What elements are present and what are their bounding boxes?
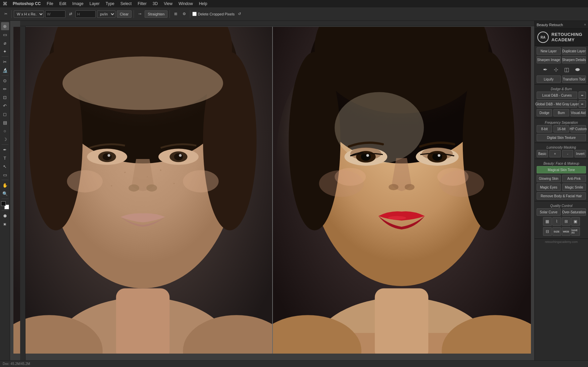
foreground-color-swatch[interactable] (1, 201, 6, 206)
lasso-tool[interactable]: ⌀ (1, 39, 9, 47)
magic-wand-tool[interactable]: ✦ (1, 47, 9, 55)
sharpen-image-button[interactable]: Sharpen Image (537, 56, 561, 63)
sharpen-details-button[interactable]: Sharpen Details (562, 56, 586, 63)
dodge-button[interactable]: Dodge (537, 109, 552, 116)
svg-point-11 (62, 56, 223, 110)
clear-button[interactable]: Clear (117, 10, 132, 18)
lum-minus-button[interactable]: - (562, 150, 574, 157)
lum-plus-button[interactable]: + (549, 150, 561, 157)
move-tool[interactable]: ⊕ (1, 22, 9, 30)
liquify-button[interactable]: Liquify (537, 75, 561, 83)
settings-icon[interactable]: ⚙ (181, 10, 188, 18)
zoom-tool[interactable]: 🔍 (1, 190, 9, 198)
menu-view[interactable]: View (161, 1, 175, 7)
freq-16bit-button[interactable]: 16-bit (553, 125, 569, 133)
svg-point-27 (111, 185, 112, 187)
apple-menu-icon[interactable]: ⌘ (3, 1, 7, 6)
before-photo-panel (13, 27, 272, 354)
swap-icon[interactable]: ⇄ (67, 10, 74, 18)
lum-invert-button[interactable]: Invert (575, 150, 586, 157)
menu-image[interactable]: Image (69, 1, 86, 7)
transform-pen-icon[interactable]: ⊹ (551, 65, 561, 74)
eraser-tool[interactable]: ◻ (1, 110, 9, 118)
brush-tool[interactable]: ✏ (1, 85, 9, 93)
duplicate-layer-button[interactable]: Duplicate Layer (562, 47, 586, 55)
icon-row-1: ▦ ⌇ ⊞ ▣ (537, 217, 586, 226)
screen-mode-tool[interactable]: ▣ (1, 220, 9, 228)
curves-icon-btn[interactable]: ⌇ (552, 217, 561, 226)
eyedropper-tool[interactable]: 🔬 (1, 66, 9, 74)
transform-tool-button[interactable]: Transform Tool (562, 75, 586, 83)
magical-skin-tone-button[interactable]: Magical Skin Tone (537, 166, 586, 173)
histogram-icon-btn[interactable]: ▦ (543, 217, 552, 226)
local-db-pen-icon[interactable]: ✒ (579, 92, 586, 99)
quick-mask-tool[interactable]: ⬤ (1, 212, 9, 220)
healing-brush-tool[interactable]: ⊙ (1, 76, 9, 85)
menu-window[interactable]: Window (176, 1, 196, 7)
menu-help[interactable]: Help (196, 1, 210, 7)
color-icon-btn[interactable]: ▣ (571, 217, 580, 226)
crop-tool[interactable]: ✂ (1, 58, 9, 66)
layers-icon-btn[interactable]: ⊟ (543, 227, 552, 236)
history-brush-tool[interactable]: ↶ (1, 102, 9, 110)
freq-sep-label: Frequency Separation (537, 119, 586, 125)
gradient-tool[interactable]: ▤ (1, 118, 9, 126)
menu-edit[interactable]: Edit (57, 1, 69, 7)
magic-eyes-button[interactable]: Magic Eyes (537, 184, 561, 191)
grid-icon[interactable]: ⊞ (172, 10, 179, 18)
global-db-pen-icon[interactable]: ✒ (579, 100, 586, 108)
new-layer-button[interactable]: New Layer (537, 47, 561, 55)
blur-tool[interactable]: ○ (1, 127, 9, 135)
svg-point-20 (129, 185, 139, 192)
lum-basic-button[interactable]: Basic (537, 150, 548, 157)
select-tool[interactable]: ▭ (1, 31, 9, 39)
solar-curve-button[interactable]: Solar Curve (537, 208, 561, 216)
ratio-select[interactable]: W x H x Re... (14, 10, 44, 18)
refresh-icon[interactable]: ↺ (236, 10, 243, 18)
save-as-icon-btn[interactable]: SAVE AS (571, 227, 580, 236)
svg-point-52 (389, 184, 398, 190)
type-tool[interactable]: T (1, 154, 9, 162)
burn-button[interactable]: Burn (553, 109, 569, 116)
color-swatches[interactable] (1, 201, 9, 209)
visual-aid-button[interactable]: Visual Aid (571, 109, 586, 116)
path-selection-tool[interactable]: ↖ (1, 162, 9, 170)
magic-smile-button[interactable]: Magic Smile (562, 184, 586, 191)
freq-8bit-button[interactable]: 8-bit (537, 125, 552, 133)
panel-close-button[interactable]: × (584, 23, 586, 27)
crop-tool-icon[interactable]: ✂ (2, 10, 9, 18)
menu-filter[interactable]: Filter (135, 1, 149, 7)
straighten-button[interactable]: Straighten (145, 10, 167, 18)
liquify-pen-icon[interactable]: ✒ (541, 65, 550, 74)
menu-file[interactable]: File (44, 1, 56, 7)
freq-hp-button[interactable]: HP Custom (571, 125, 586, 133)
menu-layer[interactable]: Layer (87, 1, 102, 7)
save-size-icon-btn[interactable]: SIZE (552, 227, 561, 236)
shape-pen-icon[interactable]: ⬬ (573, 65, 582, 74)
digital-skin-texture-button[interactable]: Digital Skin Texture (537, 134, 586, 141)
menu-3d[interactable]: 3D (150, 1, 160, 7)
menu-select[interactable]: Select (118, 1, 134, 7)
tool-sep-3 (2, 144, 8, 145)
straighten-icon[interactable]: ⊸ (136, 10, 143, 18)
over-saturation-button[interactable]: Over-Saturation (562, 208, 586, 216)
save-web-icon-btn[interactable]: WEB (562, 227, 571, 236)
clone-stamp-tool[interactable]: ⊡ (1, 93, 9, 101)
menu-type[interactable]: Type (103, 1, 117, 7)
local-db-button[interactable]: Local D&B - Curves (537, 92, 577, 99)
levels-icon-btn[interactable]: ⊞ (562, 217, 571, 226)
hand-tool[interactable]: ✋ (1, 181, 9, 189)
height-input[interactable] (76, 10, 96, 18)
delete-cropped-checkbox[interactable] (192, 12, 197, 16)
svg-point-23 (183, 170, 218, 192)
global-db-button[interactable]: Global D&B - Mid Gray Layer (537, 100, 577, 108)
remove-hair-button[interactable]: Remove Body & Facial Hair (537, 192, 586, 200)
glowing-skin-button[interactable]: Glowing Skin (537, 175, 561, 182)
erase-pen-icon[interactable]: ◫ (562, 65, 572, 74)
anti-pink-button[interactable]: Anti-Pink (562, 175, 586, 182)
dodge-tool[interactable]: ☽ (1, 135, 9, 143)
unit-select[interactable]: px/in (97, 10, 115, 18)
shape-tool[interactable]: ▭ (1, 171, 9, 179)
width-input[interactable] (45, 10, 65, 18)
pen-tool[interactable]: ✒ (1, 146, 9, 154)
